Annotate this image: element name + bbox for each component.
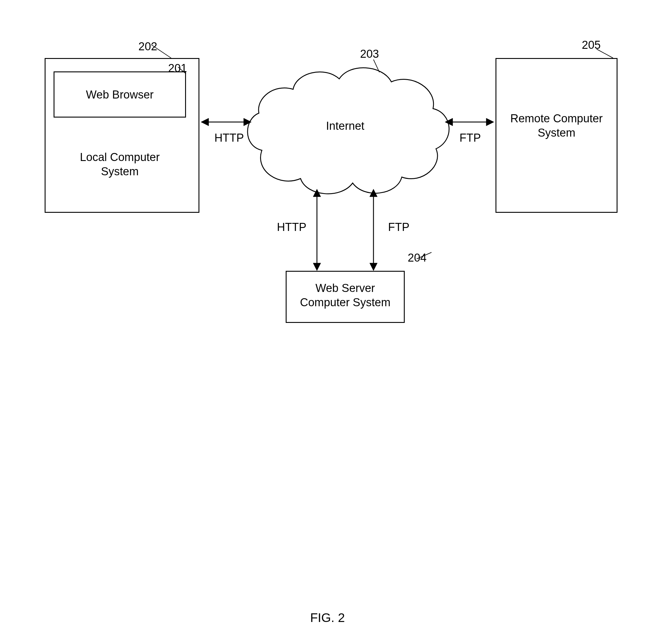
svg-line-0 [373, 60, 379, 72]
diagram-canvas: Web Browser Local Computer System 202 20… [0, 0, 655, 644]
edge-label-ftp-remote: FTP [452, 131, 488, 145]
web-server-label: Web Server Computer System [286, 281, 405, 309]
local-computer-system-label: Local Computer System [53, 150, 186, 179]
web-browser-label: Web Browser [53, 88, 186, 102]
ref-205: 205 [582, 39, 601, 51]
ref-202: 202 [138, 40, 157, 53]
edge-label-ftp-server: FTP [381, 220, 417, 234]
internet-label: Internet [301, 119, 390, 133]
ref-201: 201 [168, 62, 187, 75]
figure-caption: FIG. 2 [0, 610, 655, 626]
edge-label-http-server: HTTP [271, 220, 312, 234]
edge-label-http-local: HTTP [208, 131, 250, 145]
ref-204: 204 [408, 251, 426, 264]
remote-computer-system-label: Remote Computer System [495, 112, 617, 140]
ref-203: 203 [360, 48, 379, 61]
